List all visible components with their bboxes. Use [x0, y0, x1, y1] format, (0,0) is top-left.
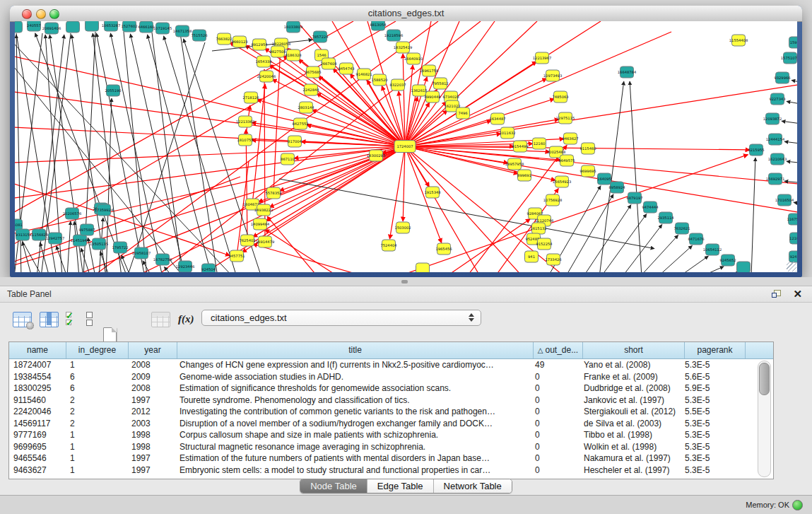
table-cell[interactable]: 0	[531, 465, 579, 477]
table-cell[interactable]: Franke et al. (2009)	[579, 371, 681, 383]
table-cell[interactable]: Tibbo et al. (1998)	[579, 429, 681, 441]
graph-node[interactable]	[416, 263, 430, 272]
table-cell[interactable]: Hescheler et al. (1997)	[579, 465, 681, 477]
table-cell[interactable]: 1998	[127, 429, 175, 441]
citation-network-graph[interactable]: 2405572069140610653287152760264661601071…	[15, 21, 797, 272]
table-cell[interactable]: 0	[531, 406, 579, 418]
table-cell[interactable]: 5.3E-5	[681, 465, 741, 477]
table-cell[interactable]: 0	[531, 418, 579, 430]
table-cell[interactable]: Dudbridge et al. (2008)	[579, 382, 681, 395]
graph-node[interactable]	[737, 262, 751, 272]
table-cell[interactable]: Corpus callosum shape and size in male p…	[175, 429, 531, 441]
table-cell[interactable]: 1	[66, 465, 127, 477]
table-cell[interactable]: Changes of HCN gene expression and I(f) …	[175, 359, 531, 371]
table-cell[interactable]: 0	[531, 371, 579, 383]
table-cell[interactable]: 14569117	[9, 418, 66, 430]
table-cell[interactable]: Estimation of significance thresholds fo…	[175, 382, 531, 395]
table-cell[interactable]: 1997	[127, 452, 175, 465]
select-columns-icon[interactable]: ✓✓	[66, 312, 80, 327]
table-cell[interactable]: 5.3E-5	[681, 429, 741, 441]
table-vertical-scrollbar[interactable]	[758, 361, 771, 477]
table-cell[interactable]: 1	[66, 359, 127, 371]
table-cell[interactable]: 18300295	[9, 382, 66, 395]
table-cell[interactable]: 2003	[127, 418, 175, 430]
table-row[interactable]: 946362711997Embryonic stem cells: a mode…	[9, 465, 773, 477]
graph-node[interactable]	[86, 21, 99, 31]
tab-network-table[interactable]: Network Table	[434, 479, 512, 493]
table-cell[interactable]: 5.3E-5	[681, 441, 741, 453]
table-cell[interactable]: 1	[66, 441, 127, 453]
table-cell[interactable]: 19384554	[9, 371, 66, 383]
table-cell[interactable]: Investigating the contribution of common…	[175, 406, 531, 418]
column-header-year[interactable]: year	[129, 342, 177, 358]
table-cell[interactable]: 9463627	[9, 465, 66, 477]
column-header-out-de-[interactable]: △out_de...	[534, 342, 583, 358]
graph-node[interactable]	[15, 21, 23, 33]
table-cell[interactable]: 5.3E-5	[681, 395, 741, 407]
table-cell[interactable]: 2012	[127, 406, 175, 418]
table-cell[interactable]: 5.9E-5	[681, 382, 741, 395]
table-cell[interactable]: 0	[531, 429, 579, 441]
table-cell[interactable]: 49	[531, 359, 579, 371]
table-cell[interactable]: 1	[66, 429, 127, 441]
column-header-short[interactable]: short	[583, 342, 685, 358]
column-header-name[interactable]: name	[9, 342, 66, 358]
show-columns-icon[interactable]	[40, 312, 59, 327]
table-cell[interactable]: 2008	[127, 382, 175, 395]
table-cell[interactable]: 9115460	[9, 395, 66, 407]
table-cell[interactable]: Wolkin et al. (1998)	[579, 441, 681, 453]
table-cell[interactable]: 1997	[127, 465, 175, 477]
function-builder-icon[interactable]: f(x)	[178, 313, 194, 325]
table-cell[interactable]: 0	[531, 395, 579, 407]
table-cell[interactable]: Embryonic stem cells: a model to study s…	[175, 465, 531, 477]
table-cell[interactable]: Tourette syndrome. Phenomenology and cla…	[175, 395, 531, 407]
graph-node[interactable]	[66, 21, 80, 33]
scrollbar-thumb[interactable]	[759, 363, 770, 395]
table-cell[interactable]: 22420046	[9, 406, 66, 418]
table-cell[interactable]: 5.6E-5	[681, 371, 741, 383]
close-panel-icon[interactable]: ✕	[793, 288, 802, 300]
table-cell[interactable]: 9465546	[9, 452, 66, 465]
column-header-pagerank[interactable]: pagerank	[685, 342, 746, 358]
table-row[interactable]: 1456911722003Disruption of a novel membe…	[9, 418, 773, 430]
table-cell[interactable]: 5.5E-5	[681, 406, 741, 418]
table-cell[interactable]: Stergiakouli et al. (2012)	[579, 406, 681, 418]
table-cell[interactable]: 9699695	[9, 441, 66, 453]
splitter-handle-icon[interactable]	[401, 280, 408, 284]
table-cell[interactable]: Yano et al. (2008)	[579, 359, 681, 371]
table-cell[interactable]: 5.3E-5	[681, 418, 741, 430]
table-row[interactable]: 977716911998Corpus callosum shape and si…	[9, 429, 773, 441]
table-cell[interactable]: Structural magnetic resonance image aver…	[175, 441, 531, 453]
table-row[interactable]: 911546021997Tourette syndrome. Phenomeno…	[9, 395, 773, 407]
table-cell[interactable]: 0	[531, 441, 579, 453]
table-cell[interactable]: 5.3E-5	[681, 452, 741, 465]
table-cell[interactable]: 18724007	[9, 359, 66, 371]
table-cell[interactable]: 2009	[127, 371, 175, 383]
column-header-title[interactable]: title	[177, 342, 534, 358]
table-settings-icon[interactable]	[13, 312, 32, 327]
window-resize-grip[interactable]	[787, 262, 796, 271]
table-cell[interactable]: 6	[66, 382, 127, 395]
row-height-icon[interactable]	[86, 312, 93, 326]
table-cell[interactable]: Nakamura et al. (1997)	[579, 452, 681, 465]
table-row[interactable]: 1830029562008Estimation of significance …	[9, 382, 773, 395]
table-cell[interactable]: 1	[66, 452, 127, 465]
table-cell[interactable]: 9777169	[9, 429, 66, 441]
table-row[interactable]: 946554611997Estimation of the future num…	[9, 452, 773, 465]
float-panel-icon[interactable]	[772, 290, 781, 298]
table-cell[interactable]: Genome-wide association studies in ADHD.	[175, 371, 531, 383]
table-row[interactable]: 1872400712008Changes of HCN gene express…	[9, 359, 773, 371]
table-cell[interactable]: 6	[66, 371, 127, 383]
table-cell[interactable]: 2	[66, 395, 127, 407]
table-row[interactable]: 2242004622012Investigating the contribut…	[9, 406, 773, 418]
table-cell[interactable]: 2008	[127, 359, 175, 371]
table-cell[interactable]: 0	[531, 382, 579, 395]
table-cell[interactable]: 1998	[127, 441, 175, 453]
table-cell[interactable]: 0	[531, 452, 579, 465]
table-cell[interactable]: 5.3E-5	[681, 359, 741, 371]
table-cell[interactable]: 2	[66, 406, 127, 418]
panel-splitter[interactable]	[0, 277, 812, 286]
table-cell[interactable]: Jankovic et al. (1997)	[579, 395, 681, 407]
network-canvas-area[interactable]: 2405572069140610653287152760264661601071…	[15, 21, 797, 272]
column-header-in-degree[interactable]: in_degree	[66, 342, 129, 358]
